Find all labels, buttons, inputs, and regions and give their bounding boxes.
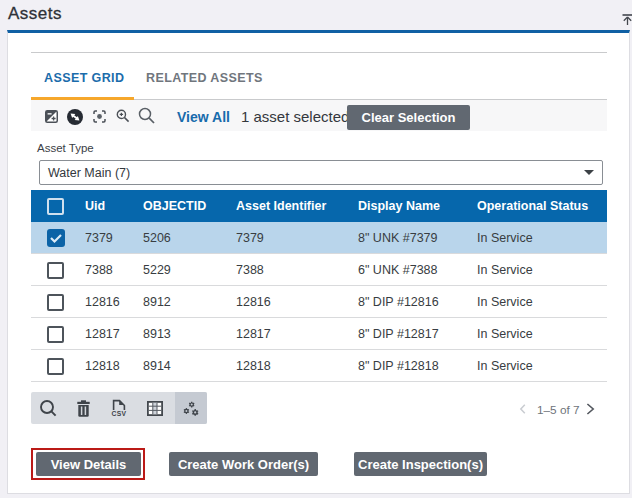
svg-text:CSV: CSV	[112, 410, 127, 417]
